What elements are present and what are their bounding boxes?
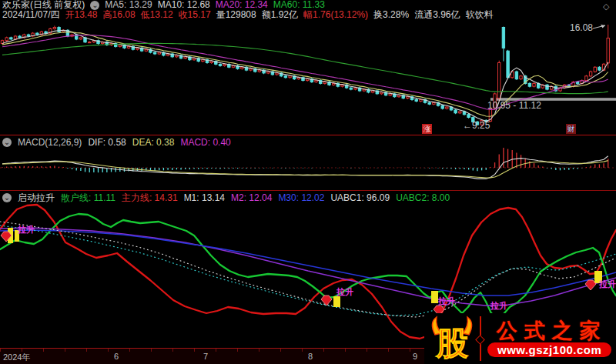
lasheng-signal-label: 拉升 bbox=[437, 296, 455, 306]
logo-character: 股 bbox=[435, 326, 469, 362]
dea-value: DEA: 0.38 bbox=[132, 137, 175, 148]
zhulixian-value: 主力线: 14.31 bbox=[122, 192, 178, 203]
dea-line bbox=[2, 161, 608, 178]
event-badge[interactable]: 财 bbox=[566, 124, 576, 134]
separator-main-macd bbox=[0, 135, 616, 135]
chart-canvas[interactable]: 16.08←9.2510.95 - 11.12拉升拉升拉升拉升拉升 bbox=[0, 0, 616, 364]
main-price-panel: 16.08←9.2510.95 - 11.12 bbox=[1, 22, 616, 131]
lasheng-signal-label: 拉升 bbox=[17, 225, 35, 234]
gem-icon bbox=[321, 296, 332, 306]
site-name: 公式之家 bbox=[492, 320, 608, 342]
stock-chart-window: 欢乐家(日线 前复权) ⌄ MA5: 13.29 MA10: 12.68 MA2… bbox=[0, 0, 616, 364]
watermark-divider bbox=[480, 316, 481, 361]
m1-value: M1: 13.14 bbox=[184, 192, 225, 203]
indicator-panel-header: ⌄ 启动拉升 散户线: 11.11 主力线: 14.31 M1: 13.14 M… bbox=[2, 192, 450, 203]
m2-value: M2: 12.04 bbox=[231, 192, 272, 203]
event-badge[interactable]: 涨 bbox=[422, 124, 432, 134]
dif-value: DIF: 0.58 bbox=[88, 137, 126, 148]
axis-label: 9 bbox=[413, 352, 417, 361]
axis-label: 2024年 bbox=[3, 352, 30, 363]
lasheng-signal-label: 拉升 bbox=[336, 287, 353, 296]
axis-label: 8 bbox=[308, 352, 313, 361]
uabc1-value: UABC1: 96.09 bbox=[330, 192, 390, 203]
price-annotation: ←9.25 bbox=[463, 120, 490, 131]
bull-stock-logo: 股 bbox=[424, 315, 480, 362]
collapse-indicator-icon[interactable]: ⌄ bbox=[2, 193, 12, 202]
indicator-title: 启动拉升 bbox=[18, 192, 55, 203]
price-annotation: 16.08 bbox=[570, 22, 593, 33]
uabc2-value: UABC2: 8.00 bbox=[396, 192, 450, 203]
collapse-macd-icon[interactable]: ⌄ bbox=[2, 138, 12, 147]
watermark-logo: 股 bbox=[424, 315, 480, 362]
separator-macd-indicator bbox=[0, 190, 616, 191]
axis-label: 6 bbox=[114, 352, 119, 361]
watermark-text-block: 公式之家 www.gszj100.com bbox=[487, 320, 611, 357]
site-url[interactable]: www.gszj100.com bbox=[487, 342, 611, 357]
signal-bar bbox=[333, 296, 340, 307]
lasheng-signal-label: 拉升 bbox=[490, 301, 507, 310]
watermark: 股 公式之家 www.gszj100.com bbox=[424, 313, 616, 364]
axis-label: 7 bbox=[203, 352, 208, 361]
macd-panel-header: ⌄ MACD(12,26,9) DIF: 0.58 DEA: 0.38 MACD… bbox=[2, 137, 231, 148]
m30-value: M30: 12.02 bbox=[278, 192, 324, 203]
macd-title: MACD(12,26,9) bbox=[18, 137, 82, 148]
macd-value: MACD: 0.40 bbox=[180, 137, 230, 148]
gem-icon bbox=[585, 280, 596, 290]
sanhuxian-value: 散户线: 11.11 bbox=[61, 192, 116, 203]
lasheng-signal-label: 拉升 bbox=[598, 279, 616, 289]
signal-bar bbox=[431, 291, 438, 303]
macd-panel bbox=[0, 148, 616, 179]
price-annotation: 10.95 - 11.12 bbox=[487, 100, 541, 111]
m30-line bbox=[0, 230, 616, 296]
